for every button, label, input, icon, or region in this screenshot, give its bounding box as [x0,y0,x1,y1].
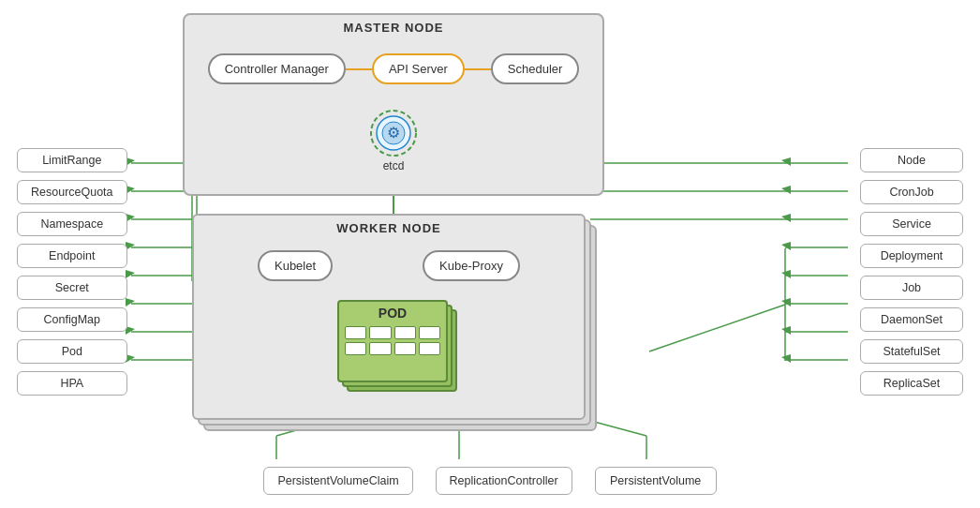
pod-cell-3 [394,326,416,339]
svg-marker-44 [781,157,791,166]
kubelet-pill: Kubelet [258,250,333,281]
pill-pod: Pod [17,339,127,364]
svg-marker-47 [781,242,791,250]
pill-namespace: Namespace [17,212,127,236]
svg-marker-51 [781,354,791,363]
svg-text:⚙: ⚙ [387,125,400,141]
pill-pv: PersistentVolume [595,467,717,495]
master-node: MASTER NODE Controller Manager API Serve… [183,13,604,196]
pill-daemonset: DaemonSet [860,307,963,332]
api-server-pill: API Server [372,53,465,84]
pod-container: POD [333,300,464,394]
pod-cell-1 [345,326,366,339]
etcd-icon: ⚙ [369,109,418,157]
pill-cronjob: CronJob [860,180,963,204]
diagram-container: MASTER NODE Controller Manager API Serve… [0,0,980,508]
pod-cell-7 [394,342,416,355]
bottom-pills: PersistentVolumeClaim ReplicationControl… [171,467,809,495]
controller-manager-pill: Controller Manager [208,53,346,84]
pill-secret: Secret [17,276,127,300]
svg-line-30 [649,305,785,351]
pill-replicationcontroller: ReplicationController [436,467,572,495]
right-pills: Node CronJob Service Deployment Job Daem… [860,148,963,396]
pod-label: POD [379,306,407,321]
pill-configmap: ConfigMap [17,307,127,332]
master-node-label: MASTER NODE [185,15,602,38]
pill-service: Service [860,212,963,236]
pill-endpoint: Endpoint [17,244,127,268]
worker-components: Kubelet Kube-Proxy [194,241,584,291]
pod-card-front: POD [337,300,448,382]
pod-cell-2 [369,326,391,339]
pill-hpa: HPA [17,371,127,396]
pod-cell-4 [419,326,440,339]
kube-proxy-pill: Kube-Proxy [423,250,520,281]
pill-replicaset: ReplicaSet [860,371,963,396]
pill-statefulset: StatefulSet [860,339,963,364]
left-pills: LimitRange ResourceQuota Namespace Endpo… [17,148,127,396]
pill-deployment: Deployment [860,244,963,268]
pod-cell-5 [345,342,366,355]
master-components: Controller Manager API Server Scheduler [185,53,602,84]
pod-cell-8 [419,342,440,355]
etcd-label: etcd [383,159,405,172]
pod-stack: POD [337,300,459,394]
pill-job: Job [860,276,963,300]
line-api-sched [465,68,491,70]
etcd-container: ⚙ etcd [369,109,418,172]
svg-marker-49 [781,298,791,306]
line-cm-api [346,68,372,70]
svg-marker-46 [781,214,791,222]
pod-grid [339,324,446,357]
svg-marker-50 [781,326,791,335]
worker-node-label: WORKER NODE [194,216,584,241]
svg-marker-45 [781,186,791,194]
pill-pvc: PersistentVolumeClaim [263,467,412,495]
pill-resourcequota: ResourceQuota [17,180,127,204]
pill-node: Node [860,148,963,172]
scheduler-pill: Scheduler [491,53,580,84]
pod-cell-6 [369,342,391,355]
pill-limitrange: LimitRange [17,148,127,172]
svg-marker-48 [781,270,791,278]
